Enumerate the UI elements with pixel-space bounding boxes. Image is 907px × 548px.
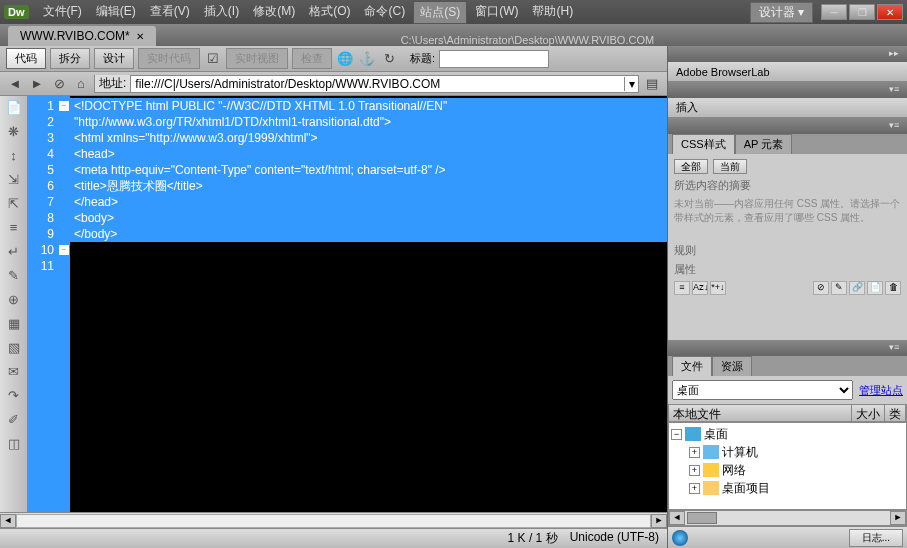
connect-icon[interactable] bbox=[672, 530, 688, 546]
menu-modify[interactable]: 修改(M) bbox=[247, 1, 301, 24]
close-tab-icon[interactable]: ✕ bbox=[136, 31, 144, 42]
col-local[interactable]: 本地文件 bbox=[669, 405, 852, 421]
browserlab-panel-header[interactable]: Adobe BrowserLab bbox=[668, 62, 907, 82]
menu-edit[interactable]: 编辑(E) bbox=[90, 1, 142, 24]
ruler-icon[interactable]: ◫ bbox=[5, 436, 23, 454]
prop-icon[interactable]: ✎ bbox=[831, 281, 847, 295]
check-icon[interactable]: ☑ bbox=[204, 50, 222, 68]
forward-icon[interactable]: ► bbox=[28, 75, 46, 93]
prop-icon[interactable]: Aᴢ↓ bbox=[692, 281, 708, 295]
new-file-icon[interactable]: 📄 bbox=[5, 100, 23, 118]
address-box: 地址: file:///C|/Users/Administrator/Deskt… bbox=[94, 75, 639, 93]
maximize-button[interactable]: ❐ bbox=[849, 4, 875, 20]
tree-label: 计算机 bbox=[722, 444, 758, 461]
files-tab[interactable]: 文件 bbox=[672, 356, 712, 376]
fold-marker[interactable]: − bbox=[59, 245, 69, 255]
tree-row-desktop-items[interactable]: + 桌面项目 bbox=[671, 479, 904, 497]
code-content[interactable]: <!DOCTYPE html PUBLIC "-//W3C//DTD XHTML… bbox=[70, 96, 667, 512]
menu-file[interactable]: 文件(F) bbox=[37, 1, 88, 24]
panel-dd-icon[interactable]: ▾≡ bbox=[889, 120, 903, 132]
col-type[interactable]: 类 bbox=[885, 405, 906, 421]
refresh-icon[interactable]: ↻ bbox=[380, 50, 398, 68]
globe-icon[interactable]: 🌐 bbox=[336, 50, 354, 68]
tree-expand-icon[interactable]: + bbox=[689, 447, 700, 458]
site-select[interactable]: 桌面 bbox=[672, 380, 853, 400]
balance-icon[interactable]: ≡ bbox=[5, 220, 23, 238]
collapse-icon[interactable]: ⇲ bbox=[5, 172, 23, 190]
prop-icon[interactable]: ⊘ bbox=[813, 281, 829, 295]
tree-expand-icon[interactable]: + bbox=[689, 483, 700, 494]
insert-panel-header[interactable]: 插入 bbox=[668, 98, 907, 118]
live-view-button[interactable]: 实时视图 bbox=[226, 48, 288, 69]
scroll-right-icon[interactable]: ► bbox=[651, 514, 667, 528]
minimize-button[interactable]: ─ bbox=[821, 4, 847, 20]
link-icon[interactable]: ⚓ bbox=[358, 50, 376, 68]
home-icon[interactable]: ⌂ bbox=[72, 75, 90, 93]
back-icon[interactable]: ◄ bbox=[6, 75, 24, 93]
tree-row-computer[interactable]: + 计算机 bbox=[671, 443, 904, 461]
view-code-button[interactable]: 代码 bbox=[6, 48, 46, 69]
line-icon[interactable]: ↵ bbox=[5, 244, 23, 262]
menu-insert[interactable]: 插入(I) bbox=[198, 1, 245, 24]
panel-dd-icon[interactable]: ▾≡ bbox=[889, 342, 903, 354]
tree-row-desktop[interactable]: − 桌面 bbox=[671, 425, 904, 443]
title-input[interactable] bbox=[439, 50, 549, 68]
snippet-icon[interactable]: ⊕ bbox=[5, 292, 23, 310]
outdent-icon[interactable]: ▧ bbox=[5, 340, 23, 358]
view-design-button[interactable]: 设计 bbox=[94, 48, 134, 69]
file-hscroll[interactable]: ◄ ► bbox=[668, 510, 907, 526]
menu-window[interactable]: 窗口(W) bbox=[469, 1, 524, 24]
workspace-switcher[interactable]: 设计器 ▾ bbox=[750, 2, 813, 23]
live-code-button[interactable]: 实时代码 bbox=[138, 48, 200, 69]
wrap-icon[interactable]: ↷ bbox=[5, 388, 23, 406]
ap-elements-tab[interactable]: AP 元素 bbox=[735, 134, 793, 154]
menu-commands[interactable]: 命令(C) bbox=[358, 1, 411, 24]
scroll-thumb[interactable] bbox=[687, 512, 717, 524]
indent-icon[interactable]: ▦ bbox=[5, 316, 23, 334]
scroll-left-icon[interactable]: ◄ bbox=[0, 514, 16, 528]
scroll-left-icon[interactable]: ◄ bbox=[669, 511, 685, 525]
gear-icon[interactable]: ❋ bbox=[5, 124, 23, 142]
file-tree[interactable]: − 桌面 + 计算机 + 网络 + 桌面项目 bbox=[668, 422, 907, 510]
view-split-button[interactable]: 拆分 bbox=[50, 48, 90, 69]
address-dropdown-icon[interactable]: ▾ bbox=[624, 77, 638, 91]
css-props-label: 属性 bbox=[674, 262, 901, 277]
panel-menu-icon[interactable]: ▸▸ bbox=[889, 48, 903, 60]
fold-marker[interactable]: − bbox=[59, 101, 69, 111]
menu-site[interactable]: 站点(S) bbox=[413, 1, 467, 24]
css-styles-tab[interactable]: CSS样式 bbox=[672, 134, 735, 154]
assets-tab[interactable]: 资源 bbox=[712, 356, 752, 376]
highlight-icon[interactable]: ✎ bbox=[5, 268, 23, 286]
list-icon[interactable]: ▤ bbox=[643, 75, 661, 93]
menu-format[interactable]: 格式(O) bbox=[303, 1, 356, 24]
prop-icon[interactable]: 🗑 bbox=[885, 281, 901, 295]
menu-view[interactable]: 查看(V) bbox=[144, 1, 196, 24]
inspect-button[interactable]: 检查 bbox=[292, 48, 332, 69]
expand-icon[interactable]: ⇱ bbox=[5, 196, 23, 214]
document-path: C:\Users\Administrator\Desktop\WWW.RVIBO… bbox=[156, 34, 899, 46]
address-value[interactable]: file:///C|/Users/Administrator/Desktop/W… bbox=[131, 77, 624, 91]
col-size[interactable]: 大小 bbox=[852, 405, 885, 421]
css-current-button[interactable]: 当前 bbox=[713, 159, 747, 174]
panel-dd-icon[interactable]: ▾≡ bbox=[889, 84, 903, 96]
manage-sites-link[interactable]: 管理站点 bbox=[859, 383, 903, 398]
editor-hscroll[interactable]: ◄ ► bbox=[0, 512, 667, 528]
prop-icon[interactable]: ≡ bbox=[674, 281, 690, 295]
stop-icon[interactable]: ⊘ bbox=[50, 75, 68, 93]
tree-row-network[interactable]: + 网络 bbox=[671, 461, 904, 479]
document-tab[interactable]: WWW.RVIBO.COM* ✕ bbox=[8, 26, 156, 46]
document-toolbar: 代码 拆分 设计 实时代码 ☑ 实时视图 检查 🌐 ⚓ ↻ 标题: bbox=[0, 46, 667, 72]
scroll-right-icon[interactable]: ► bbox=[890, 511, 906, 525]
log-button[interactable]: 日志... bbox=[849, 529, 903, 547]
close-button[interactable]: ✕ bbox=[877, 4, 903, 20]
menu-help[interactable]: 帮助(H) bbox=[526, 1, 579, 24]
format-icon[interactable]: ✐ bbox=[5, 412, 23, 430]
wand-icon[interactable]: ↕ bbox=[5, 148, 23, 166]
comment-icon[interactable]: ✉ bbox=[5, 364, 23, 382]
prop-icon[interactable]: *+↓ bbox=[710, 281, 726, 295]
prop-icon[interactable]: 🔗 bbox=[849, 281, 865, 295]
css-all-button[interactable]: 全部 bbox=[674, 159, 708, 174]
prop-icon[interactable]: 📄 bbox=[867, 281, 883, 295]
tree-expand-icon[interactable]: + bbox=[689, 465, 700, 476]
tree-expand-icon[interactable]: − bbox=[671, 429, 682, 440]
